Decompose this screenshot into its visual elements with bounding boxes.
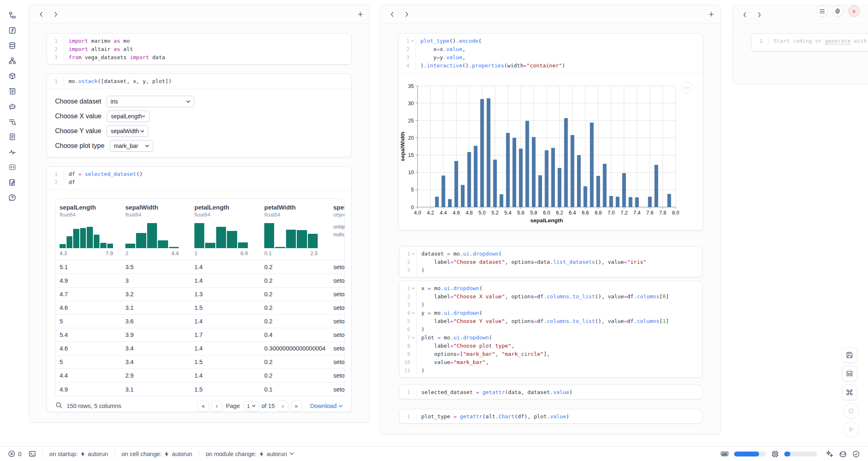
next-page-button[interactable]: › bbox=[277, 401, 289, 412]
code-editor[interactable]: 1df = selected_dataset()2df bbox=[47, 167, 351, 190]
prev-page-button[interactable]: ‹ bbox=[211, 401, 222, 412]
help-icon[interactable] bbox=[8, 193, 16, 202]
table-column-header[interactable]: sepalWidthfloat6424.4 bbox=[121, 204, 190, 260]
table-column-header[interactable]: sepalLengthfloat644.37.9 bbox=[55, 204, 121, 260]
svg-text:5.6: 5.6 bbox=[517, 210, 524, 216]
column-histogram[interactable] bbox=[60, 222, 113, 248]
on-startup-setting[interactable]: on startup: autorun bbox=[49, 451, 108, 457]
fold-chevron-icon[interactable] bbox=[410, 284, 416, 293]
fold-chevron-icon bbox=[410, 366, 416, 375]
function-icon[interactable] bbox=[8, 26, 16, 35]
stop-button[interactable] bbox=[843, 403, 859, 419]
choose-plot-type-select[interactable]: mark_bar bbox=[110, 140, 153, 152]
on-cell-change-setting[interactable]: on cell change: autorun bbox=[122, 451, 192, 457]
col3-prev-column-button[interactable] bbox=[739, 9, 750, 20]
copilot-icon[interactable] bbox=[839, 450, 847, 458]
table-cell: 1.4 bbox=[190, 372, 260, 379]
col1-add-cell-button[interactable]: + bbox=[358, 10, 363, 19]
table-row[interactable]: 4.63.11.50.2setosa bbox=[55, 301, 344, 315]
code-block-icon[interactable] bbox=[8, 163, 16, 171]
col1-next-column-button[interactable] bbox=[51, 9, 61, 20]
col3-next-column-button[interactable] bbox=[754, 9, 765, 20]
chat-bot-icon[interactable] bbox=[8, 102, 16, 111]
save-button[interactable] bbox=[842, 347, 857, 363]
ai-sparkles-icon[interactable] bbox=[826, 450, 833, 458]
table-row[interactable]: 5.13.51.40.2setosa bbox=[55, 260, 344, 274]
scratchpad-icon[interactable] bbox=[8, 178, 16, 187]
table-row[interactable]: 53.61.40.2setosa bbox=[55, 315, 344, 328]
table-row[interactable]: 53.41.50.2setosa bbox=[55, 355, 344, 369]
column-histogram[interactable] bbox=[125, 222, 179, 248]
table-column-header[interactable]: speciesobjectunique:nulls: bbox=[329, 204, 345, 260]
table-cell: setosa bbox=[329, 332, 345, 338]
command-palette-button[interactable] bbox=[842, 385, 857, 400]
code-editor[interactable]: 1import marimo as mo2import altair as al… bbox=[47, 34, 351, 65]
table-column-header[interactable]: petalLengthfloat6416.9 bbox=[190, 204, 260, 260]
run-all-button[interactable] bbox=[843, 422, 859, 437]
logs-icon[interactable] bbox=[8, 87, 16, 95]
terminal-button[interactable] bbox=[29, 450, 36, 457]
snippets-icon[interactable] bbox=[8, 132, 16, 141]
choose-x-value-select[interactable]: sepalLength bbox=[107, 111, 150, 122]
code-editor[interactable]: 1Start coding or generate with bbox=[752, 34, 868, 48]
col2-next-column-button[interactable] bbox=[402, 9, 412, 20]
last-page-button[interactable]: » bbox=[291, 401, 302, 412]
code-editor[interactable]: 1plot_type = getattr(alt.Chart(df), plot… bbox=[399, 409, 702, 424]
code-line: 2import altair as alt bbox=[47, 45, 351, 53]
code-editor[interactable]: 1selected_dataset = getattr(data, datase… bbox=[399, 385, 702, 399]
fold-chevron-icon[interactable] bbox=[410, 250, 416, 258]
code-editor[interactable]: 1x = mo.ui.dropdown(2 label="Choose X va… bbox=[399, 281, 702, 378]
on-module-change-setting[interactable]: on module change: autorun bbox=[206, 451, 294, 457]
svg-text:30: 30 bbox=[408, 101, 414, 106]
line-number: 2 bbox=[399, 45, 409, 53]
search-list-icon[interactable] bbox=[8, 117, 16, 126]
table-cell: 5.4 bbox=[55, 332, 121, 338]
table-row[interactable]: 4.42.91.40.2setosa bbox=[55, 369, 344, 383]
first-page-button[interactable]: « bbox=[198, 401, 209, 412]
table-row[interactable]: 4.73.21.30.2setosa bbox=[55, 288, 344, 301]
chart-actions-button[interactable]: ⋯ bbox=[681, 82, 693, 93]
column-histogram[interactable] bbox=[264, 222, 318, 248]
col2-prev-column-button[interactable] bbox=[387, 9, 397, 20]
table-row[interactable]: 4.93.11.50.1setosa bbox=[55, 383, 344, 396]
choose-dataset-select[interactable]: iris bbox=[106, 96, 194, 107]
line-number: 6 bbox=[399, 325, 410, 334]
fold-chevron-icon[interactable] bbox=[410, 309, 416, 317]
download-button[interactable]: Download bbox=[310, 403, 343, 409]
settings-gear-button[interactable] bbox=[832, 5, 843, 17]
table-row[interactable]: 4.931.40.2setosa bbox=[55, 274, 344, 288]
activity-icon[interactable] bbox=[8, 148, 16, 156]
choose-y-value-select[interactable]: sepalWidth bbox=[106, 125, 148, 137]
table-body: 5.13.51.40.2setosa4.931.40.2setosa4.73.2… bbox=[55, 260, 344, 396]
code-editor[interactable]: 1dataset = mo.ui.dropdown(2 label="Choos… bbox=[399, 247, 702, 277]
col2-add-cell-button[interactable]: + bbox=[709, 10, 714, 19]
status-bar: 0 on startup: autorun on cell change: au… bbox=[0, 446, 868, 461]
table-column-header[interactable]: petalWidthfloat640.12.5 bbox=[260, 204, 329, 260]
fold-chevron-icon[interactable] bbox=[410, 334, 416, 342]
generate-link[interactable]: generate bbox=[825, 38, 851, 44]
fold-chevron-icon bbox=[58, 170, 64, 178]
connection-status-icon[interactable] bbox=[852, 450, 860, 458]
package-icon[interactable] bbox=[8, 71, 16, 80]
chevron-down-icon bbox=[140, 130, 144, 133]
code-line: 4y = mo.ui.dropdown( bbox=[399, 309, 702, 317]
dropdown-label: Choose X value bbox=[55, 113, 102, 120]
chart-output[interactable]: 4.04.24.44.64.85.05.25.45.65.86.06.26.46… bbox=[399, 74, 703, 230]
column-min: 0.1 bbox=[264, 250, 272, 256]
dependency-graph-icon[interactable] bbox=[8, 56, 16, 65]
search-icon[interactable] bbox=[55, 402, 62, 410]
col1-prev-column-button[interactable] bbox=[36, 9, 46, 20]
errors-indicator[interactable]: 0 bbox=[8, 450, 21, 457]
menu-button[interactable] bbox=[816, 5, 828, 17]
fold-chevron-icon[interactable] bbox=[409, 37, 416, 45]
database-icon[interactable] bbox=[8, 41, 16, 50]
file-tree-icon[interactable] bbox=[8, 11, 16, 19]
code-editor[interactable]: 1mo.vstack([dataset, x, y, plot]) bbox=[47, 74, 351, 89]
column-histogram[interactable] bbox=[194, 222, 248, 248]
shutdown-button[interactable]: × bbox=[848, 5, 860, 17]
table-row[interactable]: 5.43.91.70.4setosa bbox=[55, 328, 344, 342]
page-select[interactable]: 1 bbox=[244, 401, 259, 411]
layout-button[interactable] bbox=[842, 366, 857, 381]
code-editor[interactable]: 1plot_type().encode(2 x=x.value,3 y=y.va… bbox=[399, 34, 703, 73]
table-row[interactable]: 4.63.41.40.30000000000000004setosa bbox=[55, 342, 344, 355]
